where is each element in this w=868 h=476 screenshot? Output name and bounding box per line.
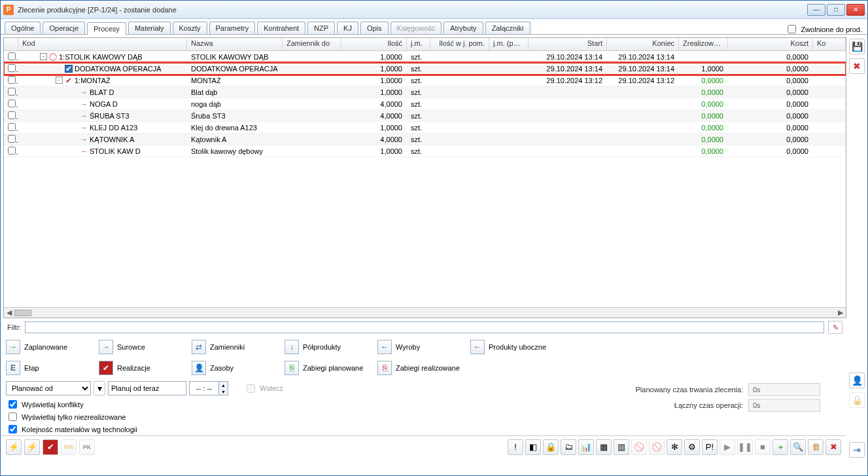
action-zaplanowane[interactable]: →Zaplanowane [6, 339, 95, 355]
row-checkbox[interactable] [8, 52, 16, 60]
filter-input[interactable] [25, 321, 824, 333]
tab-koszty[interactable]: Koszty [173, 22, 207, 34]
table-row[interactable]: → KĄTOWNIK AKątownik A4,0000szt.0,00000,… [4, 134, 846, 145]
bottom-left-btn-1[interactable]: ⚡ [24, 439, 40, 455]
bottom-right-btn-3[interactable]: 🗂 [561, 439, 576, 455]
release-checkbox-wrap[interactable]: Zwolnione do prod. [785, 23, 862, 35]
col-iloscwjpom[interactable]: Ilość w j. pom. [430, 38, 489, 50]
col-jmpom[interactable]: j.m. (pom) [489, 38, 529, 50]
bottom-right-btn-6[interactable]: ▥ [614, 439, 629, 455]
table-row[interactable]: ✔ DODATKOWA OPERACJADODATKOWA OPERACJA1,… [4, 63, 846, 75]
bottom-right-btn-5[interactable]: ▦ [596, 439, 612, 455]
col-ilosc[interactable]: Ilość [341, 38, 407, 50]
bottom-right-btn-2[interactable]: 🔒 [543, 439, 559, 455]
row-checkbox[interactable] [8, 111, 16, 119]
action-zamienniki[interactable]: ⇄Zamienniki [192, 339, 281, 355]
action-etap[interactable]: EEtap [6, 360, 95, 376]
cb-niezreal[interactable] [9, 412, 17, 421]
tab-procesy[interactable]: Procesy [87, 22, 126, 35]
lock-icon[interactable]: 🔒 [849, 392, 865, 408]
action-produkty-uboczne[interactable]: ←Produkty uboczne [470, 339, 559, 355]
row-checkbox[interactable] [8, 100, 16, 107]
action-wyroby[interactable]: ←Wyroby [377, 339, 466, 355]
bottom-right-btn-8[interactable]: 🚫 [649, 439, 665, 455]
table-row[interactable]: ← STOLIK KAW DStolik kawowy dębowy1,0000… [4, 145, 846, 157]
table-row[interactable]: → NOGA Dnoga dąb4,0000szt.0,00000,0000 [4, 98, 846, 110]
action-realizacje[interactable]: ✔Realizacje [99, 360, 188, 376]
row-checkbox[interactable] [8, 147, 16, 155]
filter-clear-button[interactable]: ✎ [828, 321, 842, 334]
table-row[interactable]: → KLEJ DD A123Klej do drewna A1231,0000s… [4, 122, 846, 134]
action-zasoby[interactable]: 👤Zasoby [192, 360, 281, 376]
col-zreal[interactable]: Zrealizowano [679, 38, 728, 50]
table-row[interactable]: → BLAT DBlat dąb1,0000szt.0,00000,0000 [4, 86, 846, 98]
tab-operacje[interactable]: Operacje [43, 22, 85, 34]
table-row[interactable]: - ◯ 1:STOLIK KAWOWY DĄBSTOLIK KAWOWY DĄB… [4, 51, 846, 63]
table-row[interactable]: - ✔ 1:MONTAŻMONTAŻ1,0000szt.29.10.2024 1… [4, 75, 846, 86]
tab-kj[interactable]: KJ [337, 22, 358, 34]
user-icon[interactable]: 👤 [849, 373, 865, 388]
bottom-left-btn-3[interactable]: RW [61, 439, 77, 455]
tab-załączniki[interactable]: Załączniki [485, 22, 530, 34]
bottom-right-btn-11[interactable]: P! [702, 439, 718, 455]
bottom-right-btn-7[interactable]: 🚫 [631, 439, 647, 455]
plan-mode-expand[interactable]: ▾ [94, 381, 105, 395]
bottom-right-btn-17[interactable]: 🗑 [808, 439, 824, 455]
plan-mode-select[interactable]: Planować od [6, 381, 91, 395]
row-checkbox[interactable] [8, 76, 16, 84]
action-surowce[interactable]: →Surowce [99, 339, 188, 355]
release-checkbox[interactable] [788, 25, 796, 33]
bottom-right-btn-16[interactable]: 🔍 [790, 439, 806, 455]
tab-ogólne[interactable]: Ogólne [5, 22, 41, 34]
tab-parametry[interactable]: Parametry [209, 22, 256, 34]
bottom-right-btn-15[interactable]: ＋ [773, 439, 788, 455]
tab-kontrahent[interactable]: Kontrahent [257, 22, 305, 34]
tab-księgowość[interactable]: Księgowość [391, 22, 442, 34]
bottom-right-btn-9[interactable]: ✻ [667, 439, 682, 455]
bottom-right-btn-1[interactable]: ◧ [525, 439, 541, 455]
h-scrollbar[interactable]: ◀▶ [4, 307, 846, 318]
col-ko[interactable]: Ko [813, 38, 846, 50]
exit-icon[interactable]: ⇥ [849, 442, 865, 458]
row-checkbox[interactable] [8, 88, 16, 96]
row-zreal: 0,0000 [679, 136, 728, 143]
col-nazwa[interactable]: Nazwa [187, 38, 283, 50]
bottom-left-btn-2[interactable]: ✔ [43, 439, 58, 455]
tab-materiały[interactable]: Materiały [128, 22, 171, 34]
bottom-right-btn-10[interactable]: ⚙ [684, 439, 700, 455]
bottom-right-btn-18[interactable]: ✖ [825, 439, 841, 455]
action-zabiegi-planowane[interactable]: ⎘Zabiegi planowane [285, 360, 373, 376]
bottom-right-btn-0[interactable]: ! [508, 439, 523, 455]
minimize-button[interactable]: — [807, 4, 825, 16]
action-zabiegi-realizowane[interactable]: ⎘Zabiegi realizowane [377, 360, 466, 376]
bottom-right-btn-4[interactable]: 📊 [578, 439, 594, 455]
cb-konflikty[interactable] [9, 400, 17, 409]
table-row[interactable]: → ŚRUBA ST3Śruba ST34,0000szt.0,00000,00… [4, 110, 846, 122]
delete-icon[interactable]: ✖ [849, 58, 865, 74]
row-checkbox[interactable] [8, 135, 16, 143]
col-start[interactable]: Start [529, 38, 607, 50]
row-checkbox[interactable] [8, 64, 16, 72]
row-checkbox[interactable] [8, 123, 16, 131]
col-koniec[interactable]: Koniec [607, 38, 679, 50]
time-spinner-input[interactable] [190, 382, 218, 395]
maximize-button[interactable]: □ [827, 4, 845, 16]
plan-from-input[interactable] [108, 381, 186, 395]
bottom-left-btn-0[interactable]: ⚡ [6, 439, 22, 455]
bottom-right-btn-13[interactable]: ❚❚ [737, 439, 753, 455]
col-jm[interactable]: j.m. [407, 38, 430, 50]
tab-atrybuty[interactable]: Atrybuty [443, 22, 483, 34]
bottom-right-btn-14[interactable]: ■ [755, 439, 771, 455]
tab-nzp[interactable]: NZP [307, 22, 335, 34]
action-półprodukty[interactable]: ↓Półprodukty [285, 339, 373, 355]
time-spinner[interactable]: ▲▼ [189, 381, 228, 395]
close-button[interactable]: ✕ [846, 4, 865, 16]
cb-kolejnosc[interactable] [9, 425, 17, 433]
bottom-left-btn-4[interactable]: PK [79, 439, 95, 455]
tab-opis[interactable]: Opis [360, 22, 389, 34]
bottom-right-btn-12[interactable]: ▶ [720, 439, 735, 455]
col-kod[interactable]: Kod [18, 38, 187, 50]
col-koszt[interactable]: Koszt [728, 38, 813, 50]
col-zamiennik[interactable]: Zamiennik do [283, 38, 341, 50]
save-icon[interactable]: 💾 [849, 39, 865, 54]
